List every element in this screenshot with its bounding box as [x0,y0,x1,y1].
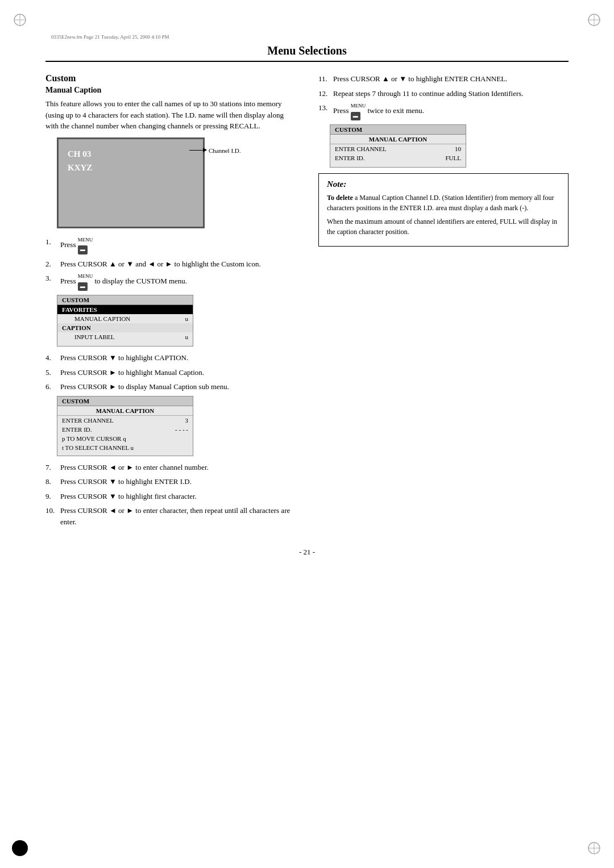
step-11: 11. Press CURSOR ▲ or ▼ to highlight ENT… [318,73,569,85]
step-3: 3. Press MENU ▬ to display the CUSTOM me… [45,273,296,291]
tv-screen-text: CH 03 KXYZ [68,147,92,174]
menu-row-input-label: INPUT LABEL u [57,332,193,341]
menu-box-3-header: CUSTOM [330,125,466,135]
step-10: 10. Press CURSOR ◄ or ► to enter charact… [45,505,296,527]
menu-row-enter-id-2: ENTER ID. FULL [330,153,466,162]
steps-list-1: 1. Press MENU ▬ 2. Press CURSOR ▲ or ▼ a… [45,236,296,292]
menu-btn-icon: ▬ [78,245,88,254]
menu-box-3-inner: MANUAL CAPTION [330,135,466,144]
step-8: 8. Press CURSOR ▼ to highlight ENTER I.D… [45,476,296,487]
menu-row-move-cursor: p TO MOVE CURSOR q [57,434,193,443]
step-4: 4. Press CURSOR ▼ to highlight CAPTION. [45,352,296,364]
col-left: Custom Manual Caption This feature allow… [45,73,296,531]
step-13: 13. Press MENU ▬ twice to exit menu. [318,102,569,121]
page-wrapper: 0335E2new.fm Page 21 Tuesday, April 25, … [0,0,614,868]
step-9: 9. Press CURSOR ▼ to highlight first cha… [45,491,296,502]
page-number: - 21 - [45,548,569,557]
menu-row-manual-caption: MANUAL CAPTION u [57,314,193,323]
section-title: Custom [45,73,296,84]
subsection-title: Manual Caption [45,86,296,95]
menu-btn-icon-2: ▬ [78,282,88,291]
menu-btn-icon-3: ▬ [351,112,360,121]
tv-screen: CH 03 KXYZ Channel I.D. [57,137,205,228]
steps-list-3: 7. Press CURSOR ◄ or ► to enter channel … [45,462,296,528]
menu-box-2: CUSTOM MANUAL CAPTION ENTER CHANNEL 3 EN… [57,396,193,456]
corner-mark-tr [586,11,603,28]
menu-box-2-header: CUSTOM [57,397,193,406]
step-1: 1. Press MENU ▬ [45,236,296,255]
menu-row-enter-id: ENTER ID. - - - - [57,425,193,434]
menu-box-3: CUSTOM MANUAL CAPTION ENTER CHANNEL 10 E… [330,124,466,168]
page-title: Menu Selections [45,44,569,62]
menu-box-1-header: CUSTOM [57,295,193,305]
note-text: To delete a Manual Caption Channel I.D. … [327,193,560,237]
note-para-1: To delete a Manual Caption Channel I.D. … [327,193,560,213]
step-5: 5. Press CURSOR ► to highlight Manual Ca… [45,367,296,378]
svg-point-6 [12,840,28,856]
main-content: Custom Manual Caption This feature allow… [45,73,569,531]
channel-id-label: Channel I.D. [209,147,241,154]
menu-row-select-channel: t TO SELECT CHANNEL u [57,443,193,452]
menu-row-enter-channel-2: ENTER CHANNEL 10 [330,144,466,153]
note-para-2: When the maximum amount of channel ident… [327,216,560,237]
step-7: 7. Press CURSOR ◄ or ► to enter channel … [45,462,296,473]
menu-row-caption: CAPTION [57,323,193,332]
step-12: 12. Repeat steps 7 through 11 to continu… [318,88,569,99]
corner-mark-br [586,840,603,857]
step-2: 2. Press CURSOR ▲ or ▼ and ◄ or ► to hig… [45,258,296,270]
corner-mark-bl [11,840,28,857]
steps-list-2: 4. Press CURSOR ▼ to highlight CAPTION. … [45,352,296,393]
corner-mark-tl [11,11,28,28]
body-text: This feature allows you to enter the cal… [45,98,296,132]
tv-line1: CH 03 [68,147,92,161]
step-6: 6. Press CURSOR ► to display Manual Capt… [45,381,296,393]
steps-list-right: 11. Press CURSOR ▲ or ▼ to highlight ENT… [318,73,569,121]
file-info: 0335E2new.fm Page 21 Tuesday, April 25, … [51,34,569,40]
menu-box-2-inner: MANUAL CAPTION [57,406,193,416]
menu-row-favorites: FAVORITES [57,305,193,314]
menu-box-1: CUSTOM FAVORITES MANUAL CAPTION u CAPTIO… [57,295,193,347]
note-box: Note: To delete a Manual Caption Channel… [318,173,569,247]
note-title: Note: [327,180,560,189]
col-right: 11. Press CURSOR ▲ or ▼ to highlight ENT… [318,73,569,531]
tv-line2: KXYZ [68,161,92,174]
menu-row-enter-channel: ENTER CHANNEL 3 [57,416,193,425]
